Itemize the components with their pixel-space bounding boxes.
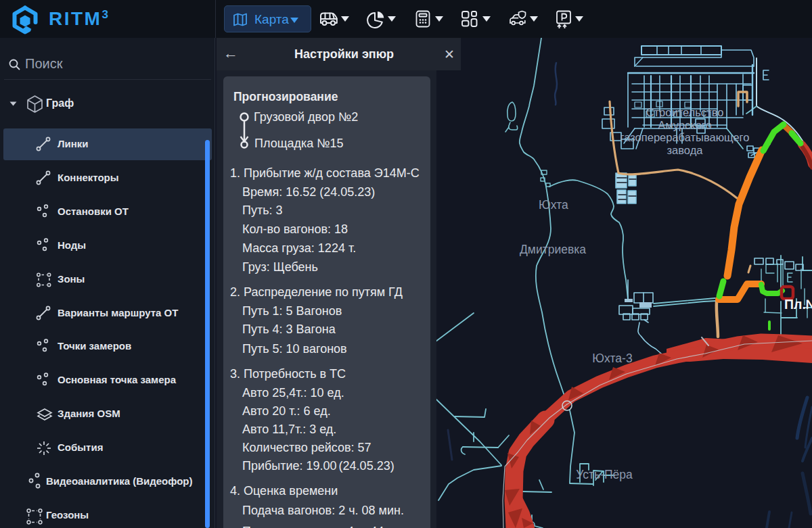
svg-text:Строительство: Строительство [646, 106, 724, 118]
svg-text:завода: завода [667, 144, 704, 156]
svg-text:Юхта: Юхта [539, 198, 568, 212]
svg-text:Амурского: Амурского [658, 119, 711, 131]
svg-text:Усть-Пёра: Усть-Пёра [576, 468, 633, 481]
svg-text:Юхта-3: Юхта-3 [592, 352, 632, 365]
svg-text:Пл.№2: Пл.№2 [784, 297, 812, 312]
svg-text:Дмитриевка: Дмитриевка [520, 243, 586, 256]
svg-text:газоперерабатывающего: газоперерабатывающего [621, 131, 750, 143]
